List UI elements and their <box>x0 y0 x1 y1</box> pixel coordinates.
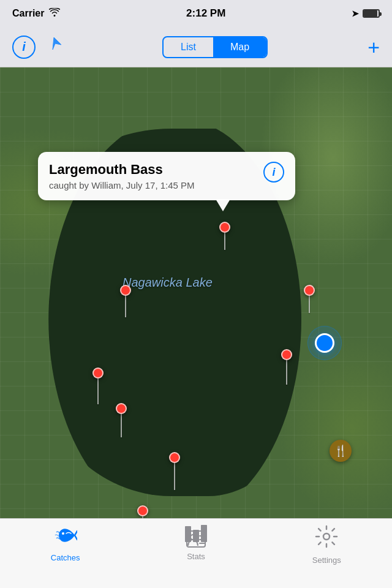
map-pin-7[interactable] <box>169 452 180 490</box>
pin-line-6 <box>121 414 122 437</box>
callout-title: Largemouth Bass <box>49 162 195 178</box>
nav-left: i <box>12 36 62 59</box>
user-location-dot <box>315 333 334 353</box>
wifi-icon <box>49 8 60 19</box>
svg-marker-0 <box>53 37 61 50</box>
map-tab[interactable]: Map <box>213 37 266 57</box>
battery-icon <box>363 9 380 18</box>
status-right: ➤ <box>352 9 380 18</box>
tab-stats[interactable]: Stats <box>147 525 245 561</box>
pin-line-5 <box>97 379 99 404</box>
pin-line-8 <box>142 516 143 518</box>
time-label: 2:12 PM <box>186 7 225 20</box>
map-pin-3[interactable] <box>304 285 315 313</box>
callout-subtitle: caught by William, July 17, 1:45 PM <box>49 180 195 190</box>
pin-dot-5 <box>92 368 104 379</box>
stats-label: Stats <box>187 552 205 561</box>
status-bar: Carrier 2:12 PM ➤ <box>0 0 392 27</box>
catches-icon <box>54 525 77 551</box>
pin-line-2 <box>125 296 126 317</box>
location-button[interactable] <box>45 36 62 58</box>
pin-dot-7 <box>169 452 180 463</box>
pin-line-4 <box>286 360 287 385</box>
map-pin-1[interactable] <box>219 222 230 250</box>
tab-catches[interactable]: Catches <box>17 525 115 562</box>
list-tab[interactable]: List <box>164 37 213 57</box>
map-pin-4[interactable] <box>281 349 292 385</box>
callout-text: Largemouth Bass caught by William, July … <box>49 162 195 190</box>
info-button[interactable]: i <box>12 36 36 59</box>
callout-info-button[interactable]: i <box>263 162 284 183</box>
map-pin-2[interactable] <box>120 285 131 317</box>
pin-line-7 <box>174 463 175 490</box>
pin-line-1 <box>224 233 225 250</box>
settings-label: Settings <box>312 556 341 565</box>
map-area[interactable]: Nagawicka Lake 🍴 L <box>0 67 392 518</box>
pin-dot-8 <box>137 505 148 516</box>
location-arrow-icon: ➤ <box>352 9 359 18</box>
segment-control: List Map <box>162 36 268 58</box>
settings-icon <box>315 525 338 553</box>
callout-tail <box>216 199 230 211</box>
pin-dot-2 <box>120 285 131 296</box>
info-icon: i <box>22 40 26 54</box>
tab-settings[interactable]: Settings <box>277 525 375 565</box>
map-pin-5[interactable] <box>92 368 104 404</box>
map-callout[interactable]: Largemouth Bass caught by William, July … <box>38 152 295 200</box>
svg-point-1 <box>62 532 64 535</box>
restaurant-icon: 🍴 <box>334 444 347 458</box>
catches-label: Catches <box>51 553 80 562</box>
pin-dot-6 <box>116 403 127 414</box>
pin-dot-3 <box>304 285 315 296</box>
status-left: Carrier <box>12 8 60 19</box>
map-pin-8[interactable] <box>137 505 148 518</box>
tab-bar: Catches Stats <box>0 518 392 588</box>
svg-point-11 <box>323 533 330 540</box>
pin-dot-4 <box>281 349 292 360</box>
restaurant-poi[interactable]: 🍴 <box>330 440 352 462</box>
pin-line-3 <box>309 296 310 313</box>
pin-dot-1 <box>219 222 230 233</box>
stats-icon <box>184 525 208 549</box>
add-button[interactable]: + <box>368 37 380 58</box>
callout-info-icon: i <box>272 166 275 179</box>
nav-bar: i List Map + <box>0 27 392 67</box>
carrier-label: Carrier <box>12 8 44 19</box>
map-pin-6[interactable] <box>116 403 127 437</box>
